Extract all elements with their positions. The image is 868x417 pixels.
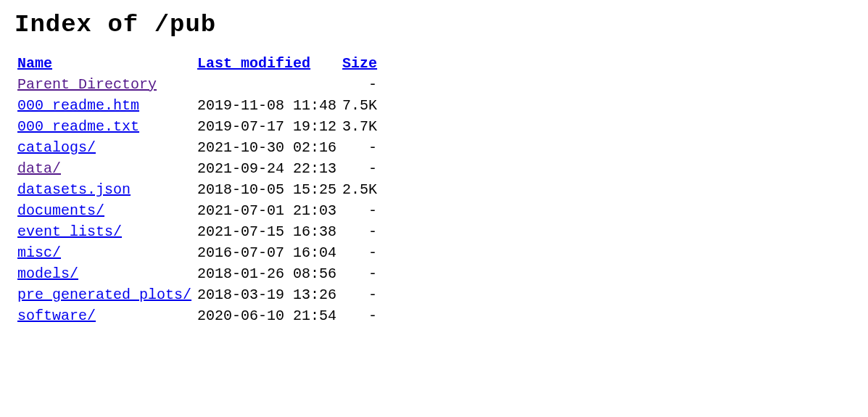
file-link[interactable]: software/	[17, 307, 96, 324]
file-size: -	[339, 305, 380, 326]
file-link[interactable]: documents/	[17, 202, 104, 219]
file-modified: 2019-07-17 19:12	[194, 116, 339, 137]
sort-by-size[interactable]: Size	[342, 55, 377, 72]
table-row: 000_readme.txt2019-07-17 19:123.7K	[15, 116, 380, 137]
file-size: -	[339, 221, 380, 242]
table-row: models/2018-01-26 08:56-	[15, 263, 380, 284]
header-name: Name	[15, 53, 194, 74]
page-title: Index of /pub	[15, 11, 853, 38]
sort-by-name[interactable]: Name	[17, 55, 52, 72]
file-size: -	[339, 242, 380, 263]
file-modified: 2021-09-24 22:13	[194, 158, 339, 179]
table-row: datasets.json2018-10-05 15:252.5K	[15, 179, 380, 200]
file-modified: 2021-10-30 02:16	[194, 137, 339, 158]
file-link[interactable]: data/	[17, 160, 61, 177]
file-modified: 2018-03-19 13:26	[194, 284, 339, 305]
header-modified: Last modified	[194, 53, 339, 74]
file-modified: 2020-06-10 21:54	[194, 305, 339, 326]
parent-directory-link[interactable]: Parent Directory	[17, 76, 157, 93]
table-row: documents/2021-07-01 21:03-	[15, 200, 380, 221]
table-row: data/2021-09-24 22:13-	[15, 158, 380, 179]
file-link[interactable]: pre_generated_plots/	[17, 286, 191, 303]
table-row: pre_generated_plots/2018-03-19 13:26-	[15, 284, 380, 305]
file-size: 3.7K	[339, 116, 380, 137]
file-modified: 2018-01-26 08:56	[194, 263, 339, 284]
file-size: -	[339, 284, 380, 305]
file-link[interactable]: 000_readme.txt	[17, 118, 139, 135]
table-row: event_lists/2021-07-15 16:38-	[15, 221, 380, 242]
file-modified: 2019-11-08 11:48	[194, 95, 339, 116]
sort-by-modified[interactable]: Last modified	[197, 55, 310, 72]
parent-size: -	[339, 74, 380, 95]
file-link[interactable]: catalogs/	[17, 139, 96, 156]
parent-directory-row: Parent Directory -	[15, 74, 380, 95]
file-size: -	[339, 200, 380, 221]
file-link[interactable]: event_lists/	[17, 223, 122, 240]
file-size: -	[339, 158, 380, 179]
header-size: Size	[339, 53, 380, 74]
file-modified: 2021-07-01 21:03	[194, 200, 339, 221]
file-link[interactable]: misc/	[17, 244, 61, 261]
file-link[interactable]: models/	[17, 265, 78, 282]
table-row: 000_readme.htm2019-11-08 11:487.5K	[15, 95, 380, 116]
table-row: software/2020-06-10 21:54-	[15, 305, 380, 326]
file-modified: 2021-07-15 16:38	[194, 221, 339, 242]
table-row: catalogs/2021-10-30 02:16-	[15, 137, 380, 158]
table-row: misc/2016-07-07 16:04-	[15, 242, 380, 263]
file-link[interactable]: 000_readme.htm	[17, 97, 139, 114]
directory-listing: Name Last modified Size Parent Directory…	[15, 53, 380, 326]
parent-modified	[194, 74, 339, 95]
file-size: 2.5K	[339, 179, 380, 200]
file-size: -	[339, 137, 380, 158]
file-size: -	[339, 263, 380, 284]
file-modified: 2018-10-05 15:25	[194, 179, 339, 200]
file-size: 7.5K	[339, 95, 380, 116]
file-modified: 2016-07-07 16:04	[194, 242, 339, 263]
file-link[interactable]: datasets.json	[17, 181, 131, 198]
